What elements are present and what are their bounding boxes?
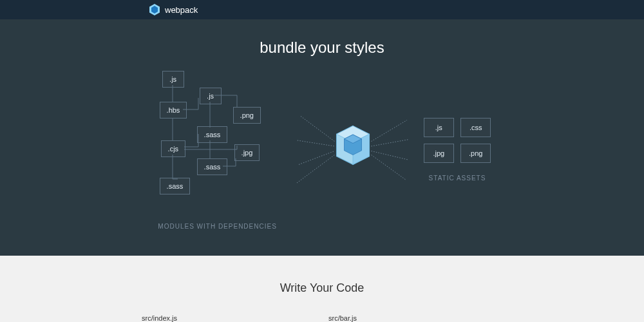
modules-graph: .js .js .hbs .png .sass .cjs .jpg .sass … <box>153 70 282 211</box>
module-node: .jpg <box>234 144 260 161</box>
module-node: .sass <box>160 178 191 194</box>
hero-section: bundle your styles <box>0 19 644 256</box>
module-node: .js <box>162 71 184 88</box>
header: webpack <box>0 0 644 19</box>
output-node: .js <box>424 118 454 137</box>
code-section: Write Your Code src/index.js src/bar.js <box>0 256 644 322</box>
module-node: .hbs <box>160 102 187 118</box>
hero-title: bundle your styles <box>0 39 644 57</box>
bundle-diagram: .js .js .hbs .png .sass .cjs .jpg .sass … <box>0 70 644 230</box>
logo-text: webpack <box>165 5 198 15</box>
file-label: src/bar.js <box>328 314 502 322</box>
file-label: src/index.js <box>142 314 316 322</box>
modules-caption: MODULES WITH DEPENDENCIES <box>158 223 276 230</box>
module-node: .sass <box>197 126 228 143</box>
module-node: .cjs <box>161 140 186 157</box>
outputs-grid: .js .css .jpg .png <box>424 118 491 163</box>
output-node: .png <box>460 144 491 163</box>
module-node: .png <box>233 107 261 124</box>
logo[interactable]: webpack <box>148 3 198 16</box>
section-title: Write Your Code <box>0 281 644 295</box>
output-node: .css <box>460 118 491 137</box>
module-node: .sass <box>197 158 228 175</box>
outputs-caption: STATIC ASSETS <box>429 175 486 182</box>
module-node: .js <box>200 88 222 104</box>
bundler-cube <box>295 111 411 189</box>
output-node: .jpg <box>424 144 454 163</box>
webpack-logo-icon <box>148 3 161 16</box>
